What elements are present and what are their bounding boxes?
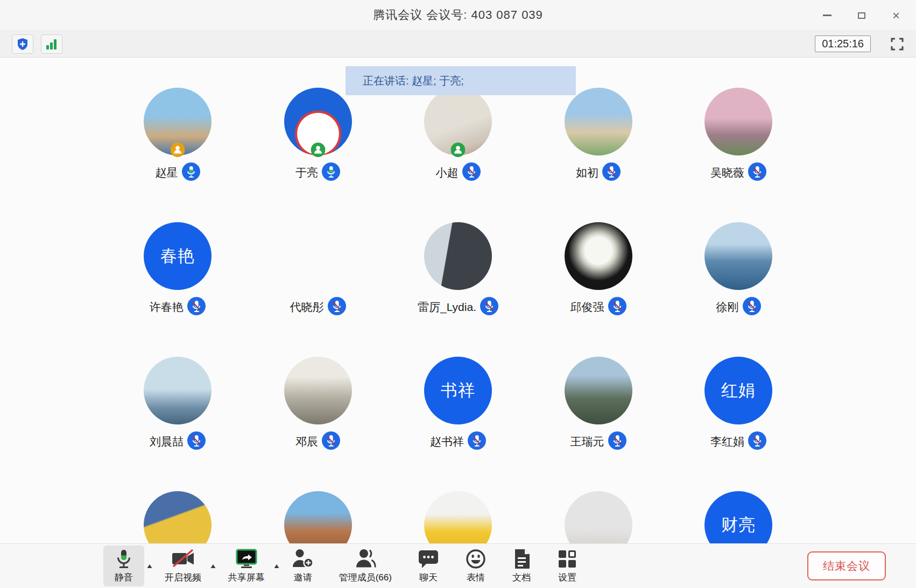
photo-avatar [284, 491, 352, 543]
members-icon [354, 548, 377, 570]
participant-avatar[interactable] [565, 491, 632, 543]
participant-tile[interactable]: 赵星 [136, 88, 220, 183]
participant-name-row: 王瑞元 [570, 431, 626, 452]
toolbar-item-emoji-smile[interactable]: 表情 [459, 546, 493, 586]
participant-name-row: 小超 [436, 162, 481, 183]
maximize-button[interactable] [854, 8, 870, 24]
participant-tile[interactable] [416, 491, 500, 543]
participant-avatar[interactable] [424, 88, 492, 155]
participants-grid: 赵星于亮小超如初吴晓薇春艳许春艳代晓彤雷厉_Lydia.邱俊强徐刚刘晨喆邓辰书祥… [0, 58, 916, 543]
participant-name: 小超 [436, 165, 459, 180]
toolbar-items: 静音▲开启视频▲共享屏幕▲邀请管理成员(66)聊天表情文档设置 [103, 546, 596, 586]
participant-avatar[interactable] [704, 222, 772, 290]
participant-avatar[interactable] [284, 222, 352, 290]
close-button[interactable]: × [888, 8, 904, 24]
mic-muted-icon [604, 297, 626, 317]
security-shield-icon[interactable] [12, 34, 33, 54]
participant-name-row: 邱俊强 [570, 297, 626, 317]
participant-avatar[interactable] [565, 357, 632, 424]
speaking-banner-text: 正在讲话: 赵星; 于亮; [363, 74, 464, 88]
participant-avatar[interactable]: 春艳 [144, 222, 212, 290]
toolbar-item-label: 表情 [467, 571, 485, 584]
participant-avatar[interactable] [144, 88, 212, 155]
participant-row: 财亮 [0, 491, 916, 543]
participant-tile[interactable]: 代晓彤 [276, 222, 360, 317]
participant-tile[interactable] [556, 491, 640, 543]
participant-avatar[interactable] [704, 88, 772, 155]
minimize-button[interactable] [819, 8, 835, 24]
participant-avatar[interactable] [284, 88, 352, 155]
participant-tile[interactable]: 邱俊强 [556, 222, 640, 317]
participant-tile[interactable]: 如初 [556, 88, 640, 183]
participant-row: 刘晨喆邓辰书祥赵书祥王瑞元红娟李红娟 [0, 357, 916, 491]
camera-off-icon [171, 548, 195, 570]
mic-muted-icon [598, 162, 621, 183]
participant-tile[interactable]: 春艳许春艳 [136, 222, 220, 317]
participant-name: 邱俊强 [570, 300, 604, 315]
caret-up-icon[interactable]: ▲ [209, 562, 217, 570]
mic-on-icon [178, 162, 200, 183]
participant-avatar[interactable] [284, 491, 352, 543]
participant-tile[interactable] [276, 491, 360, 543]
participant-avatar[interactable] [565, 222, 632, 290]
participant-tile[interactable]: 小超 [416, 88, 500, 183]
caret-up-icon[interactable]: ▲ [146, 562, 154, 570]
participant-name: 于亮 [295, 165, 318, 180]
mic-muted-icon [318, 431, 340, 452]
fullscreen-icon[interactable] [890, 37, 904, 51]
mic-muted-icon [604, 431, 626, 452]
bottom-toolbar: 静音▲开启视频▲共享屏幕▲邀请管理成员(66)聊天表情文档设置 结束会议 [0, 543, 916, 588]
participant-tile[interactable]: 于亮 [276, 88, 360, 183]
participant-avatar[interactable]: 红娟 [704, 357, 772, 424]
participant-avatar[interactable] [424, 491, 492, 543]
participant-tile[interactable]: 王瑞元 [556, 357, 640, 452]
participant-name: 赵书祥 [430, 434, 464, 449]
avatar-initials: 书祥 [441, 379, 475, 402]
participant-tile[interactable]: 雷厉_Lydia. [416, 222, 500, 317]
toolbar-item-camera-off[interactable]: 开启视频 [158, 546, 208, 586]
participant-name: 吴晓薇 [710, 165, 744, 180]
participant-avatar[interactable] [144, 491, 212, 543]
caret-up-icon[interactable]: ▲ [272, 562, 280, 570]
toolbar-item-invite-person[interactable]: 邀请 [285, 546, 321, 586]
photo-avatar [565, 88, 632, 155]
participant-avatar[interactable] [565, 88, 632, 155]
participant-name-row: 刘晨喆 [150, 431, 206, 452]
end-meeting-button[interactable]: 结束会议 [807, 551, 886, 580]
photo-avatar [144, 491, 212, 543]
invite-person-icon [292, 548, 314, 570]
photo-avatar [565, 357, 632, 424]
participant-tile[interactable]: 红娟李红娟 [696, 357, 780, 452]
toolbar-item-share-screen[interactable]: 共享屏幕 [222, 546, 271, 586]
title-bar: 腾讯会议 会议号: 403 087 039 × [0, 0, 916, 31]
participant-name-row: 李红娟 [710, 431, 766, 452]
participant-tile[interactable]: 吴晓薇 [696, 88, 780, 183]
toolbar-item-members[interactable]: 管理成员(66) [333, 546, 398, 586]
mic-muted-icon [744, 162, 766, 183]
participant-tile[interactable]: 刘晨喆 [136, 357, 220, 452]
mic-muted-icon [476, 297, 498, 317]
participant-tile[interactable] [136, 491, 220, 543]
mic-muted-icon [459, 162, 481, 183]
participant-tile[interactable]: 邓辰 [276, 357, 360, 452]
network-signal-icon[interactable] [41, 34, 62, 54]
mic-muted-icon [184, 297, 206, 317]
participant-tile[interactable]: 徐刚 [696, 222, 780, 317]
participant-avatar[interactable] [144, 357, 212, 424]
participant-avatar[interactable]: 书祥 [424, 357, 492, 424]
document-icon [511, 548, 532, 570]
participant-name-row: 代晓彤 [290, 297, 346, 317]
toolbar-item-settings-grid[interactable]: 设置 [550, 546, 584, 586]
text-avatar: 书祥 [424, 357, 492, 424]
participant-tile[interactable]: 书祥赵书祥 [416, 357, 500, 452]
toolbar-item-label: 聊天 [419, 571, 438, 584]
mic-muted-icon [464, 431, 486, 452]
toolbar-item-microphone[interactable]: 静音 [103, 546, 144, 586]
chat-bubble-icon [417, 548, 440, 570]
toolbar-item-chat-bubble[interactable]: 聊天 [410, 546, 447, 586]
participant-avatar[interactable] [284, 357, 352, 424]
toolbar-item-document[interactable]: 文档 [505, 546, 538, 586]
participant-avatar[interactable]: 财亮 [704, 491, 772, 543]
participant-avatar[interactable] [424, 222, 492, 290]
participant-tile[interactable]: 财亮 [696, 491, 780, 543]
